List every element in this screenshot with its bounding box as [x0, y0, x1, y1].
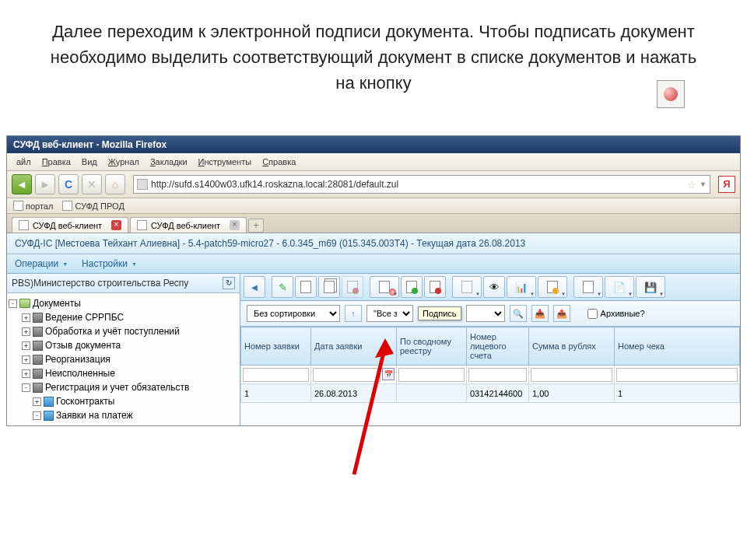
send-button[interactable]: ▼: [452, 276, 482, 298]
drawer-icon: [33, 313, 43, 323]
filter3-button[interactable]: 📤: [553, 305, 570, 322]
menu-file[interactable]: айл: [12, 156, 36, 168]
filter-svod-input[interactable]: [398, 368, 465, 382]
menu-settings[interactable]: Настройки: [82, 258, 137, 269]
menu-tools[interactable]: Инструменты: [194, 156, 257, 168]
new-doc-button[interactable]: [295, 276, 317, 298]
stop-button[interactable]: ✕: [82, 174, 102, 194]
col-request-num[interactable]: Номер заявки: [241, 327, 311, 366]
extra1-button[interactable]: ▼: [573, 276, 603, 298]
tab-close-icon[interactable]: ×: [230, 220, 240, 230]
sidebar: PBS)Министерство строительства Респу↻ -Д…: [7, 274, 240, 425]
firefox-menubar[interactable]: айл Правка Вид Журнал Закладки Инструмен…: [7, 153, 740, 171]
scope-select[interactable]: "Все з: [366, 305, 413, 322]
sort-select[interactable]: Без сортировки: [247, 305, 340, 322]
document-tree[interactable]: -Документы +Ведение СРРПБС +Обработка и …: [7, 293, 240, 425]
approve-button[interactable]: [401, 276, 423, 298]
copy-doc-button[interactable]: [318, 276, 340, 298]
bookmark-star-icon[interactable]: ☆: [687, 179, 696, 191]
bookmark-portal[interactable]: портал: [13, 201, 53, 211]
tree-node-processing[interactable]: +Обработка и учёт поступлений: [9, 324, 238, 338]
cell-sum: 1,00: [529, 384, 615, 403]
col-account[interactable]: Номер лицевого счета: [467, 327, 529, 366]
page-icon: [137, 220, 147, 230]
tab-close-icon[interactable]: ×: [111, 220, 121, 230]
reject-button[interactable]: [424, 276, 446, 298]
calendar-icon[interactable]: 📅: [382, 368, 395, 380]
cell-chk: 1: [615, 384, 740, 403]
archive-checkbox[interactable]: Архивные?: [587, 309, 645, 319]
page-icon: [13, 201, 23, 211]
filter-sum-input[interactable]: [531, 368, 612, 382]
reload-button[interactable]: C: [58, 174, 79, 194]
home-button[interactable]: ⌂: [105, 174, 125, 194]
attach-button[interactable]: ▼: [538, 276, 567, 298]
nav-back-button[interactable]: ◄: [244, 276, 265, 298]
extra2-button[interactable]: 📄▼: [605, 276, 634, 298]
bookmark-sufd[interactable]: СУФД ПРОД: [62, 201, 124, 211]
sort-up-button[interactable]: ↑: [345, 305, 362, 322]
col-cheque[interactable]: Номер чека: [615, 327, 740, 366]
filter1-button[interactable]: 🔍: [510, 305, 527, 322]
bookmarks-toolbar: портал СУФД ПРОД: [7, 198, 740, 214]
url-bar[interactable]: http://sufd.s1400w03.ufk14.roskazna.loca…: [133, 175, 710, 194]
view-button[interactable]: 👁: [483, 276, 505, 298]
folder-icon: [19, 299, 30, 308]
export-button[interactable]: 💾▼: [636, 276, 665, 298]
cell-num: 1: [241, 384, 311, 403]
drawer-icon: [33, 369, 43, 379]
filter-date-input[interactable]: [313, 368, 381, 382]
table-wrapper: Номер заявки Дата заявки По сводному рее…: [240, 327, 740, 403]
app-menu-bar: Операции Настройки: [7, 254, 740, 274]
forward-button[interactable]: ►: [35, 174, 55, 194]
browser-window: СУФД веб-клиент - Mozilla Firefox айл Пр…: [6, 135, 741, 426]
stack-icon: [44, 411, 54, 421]
url-text: http://sufd.s1400w03.ufk14.roskazna.loca…: [151, 179, 684, 190]
tab-active[interactable]: СУФД веб-клиент×: [12, 217, 128, 233]
new-tab-button[interactable]: +: [248, 219, 264, 233]
tab-inactive[interactable]: СУФД веб-клиент×: [130, 217, 247, 233]
stack-icon: [44, 397, 54, 407]
col-sum[interactable]: Сумма в рублях: [529, 327, 615, 366]
favicon-icon: [137, 179, 148, 190]
tree-node-payment-requests[interactable]: -Заявки на платеж: [9, 408, 238, 422]
url-dropdown-icon[interactable]: ▼: [700, 180, 707, 188]
col-svod[interactable]: По сводному реестру: [397, 327, 467, 366]
filter2-button[interactable]: 📥: [531, 305, 549, 322]
tree-node-registration[interactable]: -Регистрация и учет обязательств: [9, 380, 238, 394]
documents-table[interactable]: Номер заявки Дата заявки По сводному рее…: [240, 327, 740, 403]
filter-chk-input[interactable]: [616, 368, 738, 382]
table-row[interactable]: 1 26.08.2013 03142144600 1,00 1: [241, 384, 740, 403]
yandex-icon[interactable]: Я: [718, 176, 735, 193]
menu-operations[interactable]: Операции: [15, 258, 68, 269]
col-request-date[interactable]: Дата заявки: [311, 327, 397, 366]
tree-node-contracts[interactable]: +Госконтракты: [9, 394, 238, 408]
tree-node-recall[interactable]: +Отзыв документа: [9, 338, 238, 352]
filter-row[interactable]: 📅: [241, 366, 740, 384]
main-panel: ◄ ✎ ▼ ▼ 👁 📊▼ ▼ ▼ 📄▼ 💾▼ Без сортировки ↑ …: [240, 274, 740, 425]
report-button[interactable]: 📊▼: [507, 276, 536, 298]
menu-journal[interactable]: Журнал: [103, 156, 144, 168]
cell-svod: [397, 384, 467, 403]
refresh-icon[interactable]: ↻: [223, 277, 235, 289]
workspace: PBS)Министерство строительства Респу↻ -Д…: [7, 274, 740, 425]
sign-button[interactable]: ▼: [370, 276, 399, 298]
extra-select[interactable]: [466, 305, 505, 322]
cell-acct: 03142144600: [467, 384, 529, 403]
drawer-icon: [33, 355, 43, 365]
tree-node-reorg[interactable]: +Реорганизация: [9, 352, 238, 366]
back-button[interactable]: ◄: [12, 174, 32, 194]
tree-node-unfulfilled[interactable]: +Неисполненные: [9, 366, 238, 380]
filter-acct-input[interactable]: [468, 368, 527, 382]
menu-edit[interactable]: Правка: [37, 156, 75, 168]
menu-help[interactable]: Справка: [258, 156, 300, 168]
menu-bookmarks[interactable]: Закладки: [146, 156, 192, 168]
tree-root[interactable]: -Документы: [9, 296, 238, 310]
edit-button[interactable]: ✎: [272, 276, 293, 298]
filter-num-input[interactable]: [243, 368, 309, 382]
delete-doc-button[interactable]: [342, 276, 363, 298]
page-icon: [19, 220, 29, 230]
menu-view[interactable]: Вид: [77, 156, 102, 168]
filter-bar: Без сортировки ↑ "Все з Подпись 🔍 📥 📤 Ар…: [240, 301, 740, 327]
tree-node-srrpbs[interactable]: +Ведение СРРПБС: [9, 310, 238, 324]
